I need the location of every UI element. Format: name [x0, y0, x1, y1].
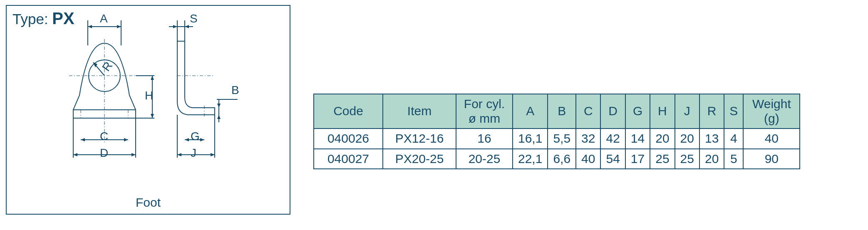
- cell-code: 040027: [314, 149, 383, 169]
- cell-C: 32: [576, 129, 600, 149]
- cell-item: PX20-25: [383, 149, 456, 169]
- cell-code: 040026: [314, 129, 383, 149]
- svg-marker-25: [151, 76, 154, 80]
- svg-marker-39: [200, 138, 204, 141]
- table-row: 040027 PX20-25 20-25 22,1 6,6 40 54 17 2…: [314, 149, 800, 169]
- svg-marker-17: [185, 25, 189, 28]
- th-G: G: [625, 94, 650, 129]
- svg-marker-41: [177, 153, 181, 156]
- svg-marker-33: [73, 153, 77, 156]
- th-D: D: [600, 94, 625, 129]
- technical-drawing: Type: PX A S B H C D G J R: [6, 5, 290, 215]
- th-J: J: [675, 94, 699, 129]
- cell-S: 5: [724, 149, 743, 169]
- th-S: S: [724, 94, 743, 129]
- cell-R: 20: [699, 149, 724, 169]
- cell-S: 4: [724, 129, 743, 149]
- svg-marker-12: [117, 25, 121, 28]
- table-row: 040026 PX12-16 16 16,1 5,5 32 42 14 20 2…: [314, 129, 800, 149]
- svg-marker-26: [151, 114, 154, 118]
- cell-B: 6,6: [548, 149, 576, 169]
- table-header-row: Code Item For cyl.ø mm A B C D G H J R S…: [314, 94, 800, 129]
- cell-cyl: 20-25: [456, 149, 513, 169]
- cell-H: 25: [650, 149, 675, 169]
- cell-item: PX12-16: [383, 129, 456, 149]
- th-A: A: [513, 94, 548, 129]
- cell-G: 14: [625, 129, 650, 149]
- th-H: H: [650, 94, 675, 129]
- svg-marker-34: [131, 153, 136, 156]
- th-C: C: [576, 94, 600, 129]
- spec-table: Code Item For cyl.ø mm A B C D G H J R S…: [313, 94, 800, 169]
- svg-marker-31: [124, 138, 128, 141]
- cell-A: 22,1: [513, 149, 548, 169]
- th-code: Code: [314, 94, 383, 129]
- th-B: B: [548, 94, 576, 129]
- th-R: R: [699, 94, 724, 129]
- svg-marker-38: [185, 138, 189, 141]
- cell-weight: 90: [743, 149, 800, 169]
- cell-R: 13: [699, 129, 724, 149]
- diagram-caption: Foot: [7, 195, 290, 210]
- th-item: Item: [383, 94, 456, 129]
- cell-H: 20: [650, 129, 675, 149]
- spec-table-area: Code Item For cyl.ø mm A B C D G H J R S…: [313, 94, 800, 169]
- cell-cyl: 16: [456, 129, 513, 149]
- svg-marker-30: [81, 138, 85, 141]
- cell-J: 20: [675, 129, 699, 149]
- cell-D: 54: [600, 149, 625, 169]
- cell-weight: 40: [743, 129, 800, 149]
- cell-B: 5,5: [548, 129, 576, 149]
- cell-J: 25: [675, 149, 699, 169]
- th-cyl: For cyl.ø mm: [456, 94, 513, 129]
- svg-marker-42: [211, 153, 215, 156]
- cell-C: 40: [576, 149, 600, 169]
- cell-D: 42: [600, 129, 625, 149]
- schematic-svg: [7, 6, 290, 214]
- th-weight: Weight(g): [743, 94, 800, 129]
- svg-marker-11: [88, 25, 92, 28]
- cell-A: 16,1: [513, 129, 548, 149]
- cell-G: 17: [625, 149, 650, 169]
- svg-marker-16: [173, 25, 177, 28]
